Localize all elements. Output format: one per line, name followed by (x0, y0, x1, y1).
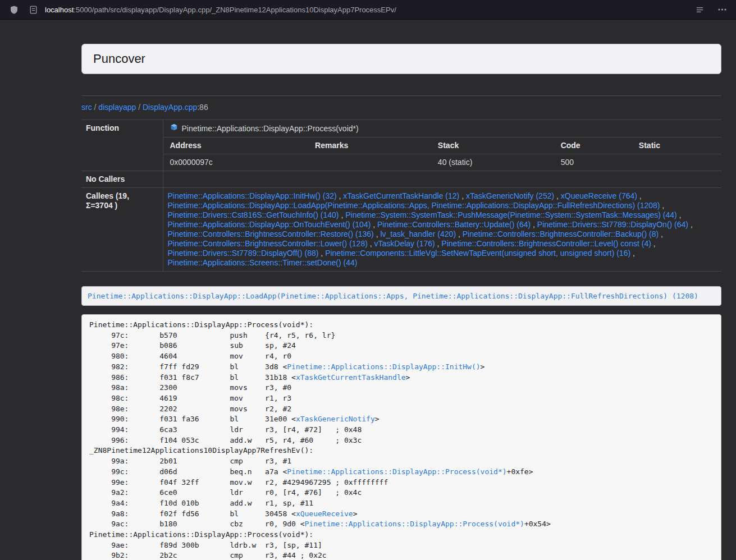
function-name: Pinetime::Applications::DisplayApp::Proc… (182, 124, 359, 134)
callee-link[interactable]: xQueueReceive (764) (561, 191, 637, 200)
cell-code: 500 (554, 154, 632, 171)
breadcrumb-link[interactable]: src (81, 103, 92, 112)
col-address: Address (163, 137, 309, 154)
table-row: 0x0000097c 40 (static) 500 (163, 154, 722, 171)
reader-view-icon[interactable] (692, 2, 707, 17)
page-info-icon[interactable] (26, 2, 40, 17)
callees-label: Callees (19, Σ=3704 ) (81, 188, 163, 272)
callee-link[interactable]: xTaskGenericNotify (252) (466, 191, 554, 200)
breadcrumb-line-number: :86 (197, 103, 208, 112)
col-static: Static (632, 137, 721, 154)
code-symbol-link[interactable]: Pinetime::Applications::DisplayApp::Proc… (287, 467, 506, 476)
app-title: Puncover (93, 52, 710, 66)
code-symbol-link[interactable]: xQueueReceive (296, 509, 353, 518)
page-actions-icon[interactable] (715, 2, 729, 17)
function-row: Function Pinetime::Applications::Display… (81, 120, 721, 137)
no-callers-cell (163, 171, 721, 188)
symbol-link[interactable]: Pinetime::Applications::DisplayApp::Load… (88, 292, 698, 300)
callee-link[interactable]: Pinetime::System::SystemTask::PushMessag… (345, 210, 677, 219)
stats-table: Address Remarks Stack Code Static 0x0000… (163, 137, 722, 171)
code-symbol-link[interactable]: xTaskGenericNotify (296, 415, 375, 423)
callee-link[interactable]: Pinetime::Applications::Screens::Timer::… (168, 258, 358, 267)
function-icon (170, 123, 178, 134)
col-code: Code (554, 137, 632, 154)
col-remarks: Remarks (308, 137, 431, 154)
callee-link[interactable]: Pinetime::Controllers::Battery::Update()… (377, 220, 531, 229)
callee-link[interactable]: Pinetime::Applications::DisplayApp::Load… (168, 201, 660, 210)
callee-link[interactable]: Pinetime::Drivers::St7789::DisplayOn() (… (537, 220, 688, 229)
callee-link[interactable]: Pinetime::Controllers::BrightnessControl… (463, 229, 659, 238)
function-row-label: Function (81, 120, 163, 171)
callee-link[interactable]: Pinetime::Applications::DisplayApp::OnTo… (168, 220, 371, 229)
disassembly: Pinetime::Applications::DisplayApp::Proc… (81, 314, 721, 560)
cell-static (632, 154, 721, 171)
breadcrumb-link[interactable]: displayapp (98, 103, 136, 112)
code-symbol-link[interactable]: Pinetime::Applications::DisplayApp::Proc… (305, 520, 524, 528)
url-text: localhost:5000/path/src/displayapp/Displ… (45, 6, 396, 14)
no-callers-label: No Callers (81, 171, 163, 188)
stats-row: Address Remarks Stack Code Static 0x0000… (81, 137, 721, 171)
callee-link[interactable]: xTaskGetCurrentTaskHandle (12) (343, 191, 459, 200)
cell-address: 0x0000097c (163, 154, 309, 171)
callee-link[interactable]: Pinetime::Controllers::BrightnessControl… (168, 229, 374, 238)
function-table: Function Pinetime::Applications::Display… (81, 120, 721, 272)
divider (81, 95, 721, 96)
callee-link[interactable]: Pinetime::Drivers::Cst816S::GetTouchInfo… (168, 210, 339, 219)
no-callers-row: No Callers (81, 171, 721, 188)
app-header: Puncover (81, 44, 721, 74)
shield-icon[interactable] (7, 2, 21, 17)
callee-link[interactable]: lv_task_handler (420) (380, 229, 456, 238)
col-stack: Stack (431, 137, 554, 154)
breadcrumb: src / displayapp / DisplayApp.cpp:86 (81, 103, 721, 112)
callee-link[interactable]: Pinetime::Controllers::BrightnessControl… (441, 239, 651, 248)
breadcrumb-link[interactable]: DisplayApp.cpp (143, 103, 197, 112)
code-symbol-link[interactable]: Pinetime::Applications::DisplayApp::Init… (287, 362, 480, 371)
callees-row: Callees (19, Σ=3704 ) Pinetime::Applicat… (81, 188, 721, 272)
code-symbol-link[interactable]: xTaskGetCurrentTaskHandle (296, 373, 406, 382)
symbol-panel-heading: Pinetime::Applications::DisplayApp::Load… (81, 286, 721, 306)
callee-link[interactable]: Pinetime::Drivers::St7789::DisplayOff() … (168, 249, 319, 258)
callee-link[interactable]: vTaskDelay (176) (374, 239, 435, 248)
page-content: Puncover src / displayapp / DisplayApp.c… (81, 20, 721, 560)
callee-link[interactable]: Pinetime::Applications::DisplayApp::Init… (168, 191, 337, 200)
callee-link[interactable]: Pinetime::Controllers::BrightnessControl… (168, 239, 368, 248)
url-bar[interactable]: localhost:5000/path/src/displayapp/Displ… (26, 2, 688, 17)
browser-toolbar: localhost:5000/path/src/displayapp/Displ… (0, 0, 736, 20)
cell-remarks (308, 154, 431, 171)
url-path: :5000/path/src/displayapp/DisplayApp.cpp… (74, 6, 396, 14)
url-hostname: localhost (45, 6, 74, 14)
cell-stack: 40 (static) (431, 154, 554, 171)
callees-cell: Pinetime::Applications::DisplayApp::Init… (163, 188, 721, 272)
callee-link[interactable]: Pinetime::Components::LittleVgl::SetNewT… (325, 249, 630, 258)
